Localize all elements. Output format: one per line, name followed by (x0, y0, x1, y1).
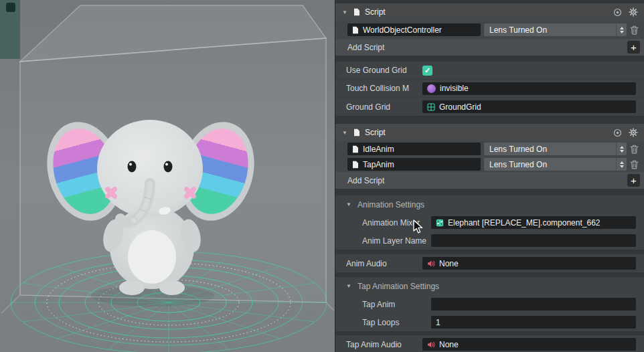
add-script-button[interactable]: + (627, 174, 640, 187)
collapse-triangle-icon[interactable]: ▼ (346, 201, 353, 207)
touch-collision-field[interactable]: invisible (422, 82, 636, 95)
tap-anim-row: Tap Anim (335, 295, 644, 313)
animation-settings-header[interactable]: ▼ Animation Settings (335, 195, 644, 213)
scene-canvas[interactable] (0, 0, 335, 352)
tap-animation-settings-block: ▼ Tap Animation Settings Tap Anim Tap Lo… (335, 277, 644, 331)
anim-layer-name-row: Anim Layer Name (335, 232, 644, 250)
collapse-triangle-icon[interactable]: ▼ (342, 130, 349, 136)
script-section-1: ▼ Script (335, 3, 644, 56)
tap-animation-settings-title: Tap Animation Settings (357, 282, 439, 291)
record-icon[interactable] (613, 8, 622, 17)
script-section-2: ▼ Script (335, 124, 644, 189)
mouse-cursor (413, 219, 423, 234)
script-doc-icon (352, 145, 359, 153)
add-script-label: Add Script (347, 43, 384, 52)
animation-settings-block: ▼ Animation Settings Animation Mixer Ele… (335, 195, 644, 250)
script-name: IdleAnim (363, 145, 394, 154)
script-section-header[interactable]: ▼ Script (335, 124, 644, 141)
use-ground-grid-checkbox[interactable]: ✓ (422, 66, 432, 76)
collapse-triangle-icon[interactable]: ▼ (346, 283, 353, 289)
script-row: IdleAnim Lens Turned On (335, 141, 644, 157)
tap-anim-audio-row: Tap Anim Audio None (335, 335, 644, 352)
record-icon[interactable] (613, 128, 622, 137)
script-section-header[interactable]: ▼ Script (335, 3, 644, 21)
script-name: TapAnim (363, 160, 394, 169)
tap-anim-label: Tap Anim (362, 300, 431, 309)
trigger-dropdown[interactable]: Lens Turned On (484, 23, 627, 36)
script-asset-field[interactable]: TapAnim (347, 158, 481, 171)
trigger-dropdown[interactable]: Lens Turned On (484, 158, 627, 171)
speaker-icon (427, 341, 435, 349)
anim-layer-name-label: Anim Layer Name (362, 236, 431, 246)
animation-mixer-icon (436, 219, 444, 227)
trash-icon[interactable] (630, 25, 640, 35)
stepper-arrows[interactable] (616, 23, 627, 36)
anim-layer-name-input[interactable] (431, 234, 636, 247)
trigger-value: Lens Turned On (489, 145, 547, 154)
script-row: TapAnim Lens Turned On (335, 157, 644, 172)
add-script-button[interactable]: + (627, 41, 640, 54)
script-doc-icon (353, 128, 360, 137)
script-row: WorldObjectController Lens Turned On (335, 21, 644, 39)
script-asset-field[interactable]: WorldObjectController (347, 23, 481, 36)
ground-grid-row: Ground Grid GroundGrid (335, 98, 644, 116)
trash-icon[interactable] (630, 145, 640, 154)
stepper-arrows[interactable] (616, 143, 627, 155)
material-sphere-icon (427, 84, 436, 93)
app-window: ▼ Script (0, 0, 644, 352)
tap-anim-audio-field[interactable]: None (422, 338, 636, 351)
stepper-arrows[interactable] (616, 158, 627, 171)
touch-collision-row: Touch Collision M invisible (335, 80, 644, 98)
section-title: Script (365, 7, 386, 17)
script-doc-icon (352, 26, 359, 34)
section-title: Script (365, 128, 386, 137)
ground-grid-label: Ground Grid (346, 102, 422, 112)
script-doc-icon (352, 161, 359, 169)
grid-object-icon (427, 103, 435, 111)
trigger-dropdown[interactable]: Lens Turned On (484, 143, 627, 155)
add-script-label: Add Script (347, 176, 384, 185)
animation-mixer-row: Animation Mixer Elephant [REPLACE_ME].co… (335, 213, 644, 232)
tap-loops-input[interactable]: 1 (431, 316, 636, 329)
collapse-triangle-icon[interactable]: ▼ (342, 9, 349, 15)
add-script-row[interactable]: Add Script + (335, 172, 644, 189)
gear-icon[interactable] (629, 128, 638, 137)
use-ground-grid-label: Use Ground Grid (346, 66, 422, 75)
anim-audio-field[interactable]: None (422, 257, 636, 270)
trash-icon[interactable] (630, 160, 640, 169)
animation-settings-title: Animation Settings (357, 200, 424, 209)
tap-anim-audio-label: Tap Anim Audio (346, 340, 422, 349)
anim-audio-row: Anim Audio None (335, 254, 644, 272)
use-ground-grid-row: Use Ground Grid ✓ (335, 62, 644, 80)
inspector-panel: ▼ Script (335, 0, 644, 352)
tap-loops-row: Tap Loops 1 (335, 313, 644, 331)
animation-mixer-field[interactable]: Elephant [REPLACE_ME].component_662 (431, 216, 636, 229)
anim-audio-label: Anim Audio (346, 259, 422, 268)
speaker-icon (427, 260, 435, 268)
tap-loops-label: Tap Loops (362, 318, 431, 327)
script-name: WorldObjectController (363, 25, 442, 35)
viewport-corner-icon (6, 3, 15, 12)
anim-audio-block: Anim Audio None (335, 254, 644, 272)
gear-icon[interactable] (629, 7, 638, 17)
add-script-row[interactable]: Add Script + (335, 39, 644, 56)
script-asset-field[interactable]: IdleAnim (347, 143, 481, 155)
touch-collision-label: Touch Collision M (346, 84, 422, 93)
ground-grid-field[interactable]: GroundGrid (422, 100, 636, 113)
script-doc-icon (353, 8, 360, 16)
tap-anim-audio-block: Tap Anim Audio None (335, 335, 644, 352)
trigger-value: Lens Turned On (489, 25, 547, 35)
3d-viewport[interactable] (0, 0, 335, 352)
trigger-value: Lens Turned On (489, 160, 547, 169)
script-properties-block: Use Ground Grid ✓ Touch Collision M invi… (335, 62, 644, 116)
tap-animation-settings-header[interactable]: ▼ Tap Animation Settings (335, 277, 644, 295)
tap-anim-input[interactable] (431, 298, 636, 311)
